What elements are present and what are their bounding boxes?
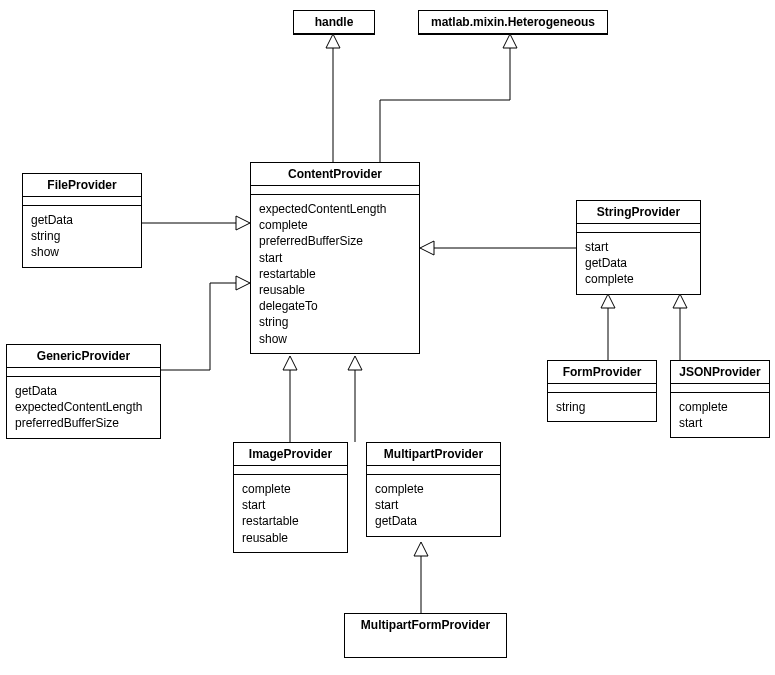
class-op: start (375, 497, 492, 513)
arrow-head (414, 542, 428, 556)
class-ops: complete start getData (367, 475, 500, 536)
class-op: complete (375, 481, 492, 497)
class-heterogeneous: matlab.mixin.Heterogeneous (418, 10, 608, 35)
class-op: show (259, 331, 411, 347)
class-op: getData (585, 255, 692, 271)
class-title: StringProvider (577, 201, 700, 224)
class-ops: getData string show (23, 206, 141, 267)
class-attrs (7, 368, 160, 377)
arrow-head (236, 276, 250, 290)
arrow-head (348, 356, 362, 370)
class-op: preferredBufferSize (259, 233, 411, 249)
class-file-provider: FileProvider getData string show (22, 173, 142, 268)
arrow-head (420, 241, 434, 255)
arrow-head (326, 34, 340, 48)
class-title: FormProvider (548, 361, 656, 384)
edge-contentprovider-heterogeneous (380, 48, 510, 162)
class-op: restartable (259, 266, 411, 282)
class-op: show (31, 244, 133, 260)
arrow-head (236, 216, 250, 230)
arrow-head (601, 294, 615, 308)
class-generic-provider: GenericProvider getData expectedContentL… (6, 344, 161, 439)
class-op: reusable (259, 282, 411, 298)
class-handle: handle (293, 10, 375, 35)
class-op: complete (679, 399, 761, 415)
class-op: expectedContentLength (259, 201, 411, 217)
class-title: JSONProvider (671, 361, 769, 384)
class-multipart-provider: MultipartProvider complete start getData (366, 442, 501, 537)
class-title: MultipartProvider (367, 443, 500, 466)
class-op: start (242, 497, 339, 513)
class-json-provider: JSONProvider complete start (670, 360, 770, 438)
class-string-provider: StringProvider start getData complete (576, 200, 701, 295)
class-attrs (548, 384, 656, 393)
class-op: start (259, 250, 411, 266)
class-op: string (556, 399, 648, 415)
class-op: string (259, 314, 411, 330)
class-op: getData (375, 513, 492, 529)
class-op: expectedContentLength (15, 399, 152, 415)
class-form-provider: FormProvider string (547, 360, 657, 422)
class-attrs (234, 466, 347, 475)
edge-genericprovider-contentprovider (161, 283, 236, 370)
class-content-provider: ContentProvider expectedContentLength co… (250, 162, 420, 354)
class-attrs (251, 186, 419, 195)
class-op: complete (242, 481, 339, 497)
class-title: ImageProvider (234, 443, 347, 466)
arrow-head (503, 34, 517, 48)
class-title: handle (294, 11, 374, 34)
class-op: complete (259, 217, 411, 233)
arrow-head (283, 356, 297, 370)
class-op: delegateTo (259, 298, 411, 314)
class-attrs (367, 466, 500, 475)
class-attrs (23, 197, 141, 206)
class-op: restartable (242, 513, 339, 529)
class-title: FileProvider (23, 174, 141, 197)
class-title: matlab.mixin.Heterogeneous (419, 11, 607, 34)
class-multipart-form-provider: MultipartFormProvider (344, 613, 507, 658)
class-op: getData (31, 212, 133, 228)
class-ops: getData expectedContentLength preferredB… (7, 377, 160, 438)
class-ops: expectedContentLength complete preferred… (251, 195, 419, 353)
uml-class-diagram: { "classes": { "handle": { "name": "hand… (0, 0, 775, 675)
class-attrs (577, 224, 700, 233)
class-op: preferredBufferSize (15, 415, 152, 431)
class-op: getData (15, 383, 152, 399)
class-op: complete (585, 271, 692, 287)
arrow-head (673, 294, 687, 308)
class-ops: string (548, 393, 656, 421)
class-image-provider: ImageProvider complete start restartable… (233, 442, 348, 553)
class-op: string (31, 228, 133, 244)
class-title: MultipartFormProvider (345, 614, 506, 636)
class-attrs (671, 384, 769, 393)
class-op: start (585, 239, 692, 255)
class-op: start (679, 415, 761, 431)
class-op: reusable (242, 530, 339, 546)
class-title: GenericProvider (7, 345, 160, 368)
class-ops: complete start (671, 393, 769, 437)
class-ops: start getData complete (577, 233, 700, 294)
class-ops: complete start restartable reusable (234, 475, 347, 552)
class-title: ContentProvider (251, 163, 419, 186)
